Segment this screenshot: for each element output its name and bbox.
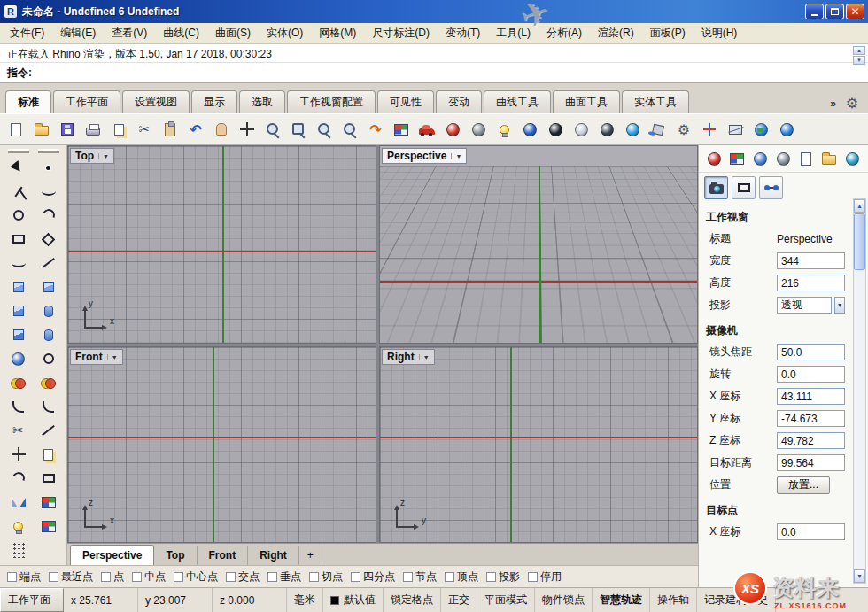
copy-object-icon[interactable]	[38, 444, 59, 465]
help-tab-icon[interactable]	[842, 149, 862, 168]
minimize-button[interactable]	[805, 4, 824, 19]
toolbar-tab-8[interactable]: 曲线工具	[484, 90, 551, 113]
viewport-right[interactable]: Right ▼ z y	[379, 346, 698, 543]
checkbox-icon[interactable]	[445, 572, 454, 582]
toolbar-tab-1[interactable]: 工作平面	[53, 90, 120, 113]
checkbox-icon[interactable]	[486, 572, 496, 582]
arc-icon[interactable]	[38, 205, 59, 226]
toolbar-tab-3[interactable]: 显示	[191, 90, 237, 113]
command-scroll-up-icon[interactable]: ▲	[853, 46, 865, 55]
toolbar-tab-5[interactable]: 工作视窗配置	[287, 90, 376, 113]
toolbar-tab-6[interactable]: 可见性	[377, 90, 434, 113]
menu-item-3[interactable]: 曲线(C)	[155, 23, 207, 43]
lamp-icon[interactable]	[493, 119, 515, 140]
checkbox-icon[interactable]	[267, 572, 277, 582]
checkbox-icon[interactable]	[101, 572, 111, 582]
help-sphere-icon[interactable]	[776, 119, 797, 140]
pan-view-icon[interactable]	[211, 119, 232, 140]
property-field[interactable]: 透视	[777, 297, 832, 314]
menu-item-0[interactable]: 文件(F)	[2, 23, 52, 43]
point-icon[interactable]	[38, 157, 59, 178]
ghosted-mode-icon[interactable]	[570, 119, 592, 140]
viewport-title-top[interactable]: Top ▼	[70, 148, 114, 164]
print-icon[interactable]	[82, 119, 104, 140]
viewport-properties-icon[interactable]	[732, 176, 756, 199]
tube-solid-icon[interactable]	[38, 348, 59, 369]
palette-dots-icon[interactable]	[8, 539, 29, 561]
viewport-tab-right[interactable]: Right	[248, 546, 299, 565]
place-button[interactable]: 放置...	[777, 476, 830, 494]
menu-item-13[interactable]: 说明(H)	[694, 23, 746, 43]
menu-item-7[interactable]: 尺寸标注(D)	[364, 23, 438, 43]
osnap-item-6[interactable]: 垂点	[267, 569, 301, 585]
chevron-down-icon[interactable]: ▼	[419, 354, 430, 360]
toolbar-tab-9[interactable]: 曲面工具	[553, 90, 620, 113]
camera-properties-icon[interactable]	[704, 176, 728, 199]
select-pointer-icon[interactable]	[8, 157, 29, 178]
save-icon[interactable]	[57, 119, 78, 140]
viewport-tab-perspective[interactable]: Perspective	[70, 545, 154, 565]
osnap-item-12[interactable]: 停用	[528, 569, 562, 585]
move-view-icon[interactable]	[236, 119, 258, 140]
checkbox-icon[interactable]	[132, 572, 142, 582]
property-field[interactable]: 0.0	[777, 523, 845, 540]
revolve-surface-icon[interactable]	[38, 300, 59, 321]
property-field[interactable]: 49.782	[777, 432, 845, 449]
properties-tab-icon[interactable]	[704, 149, 724, 168]
command-scroll-down-icon[interactable]: ▼	[853, 56, 865, 65]
array-icon[interactable]	[38, 492, 59, 513]
render-preview-icon[interactable]	[468, 119, 489, 140]
earth-icon[interactable]	[750, 119, 771, 140]
car-icon[interactable]	[416, 119, 438, 140]
status-toggle-6[interactable]: 记录建构历史	[697, 588, 776, 612]
polyline-icon[interactable]	[8, 181, 29, 202]
viewport-top[interactable]: Top ▼ y x	[67, 145, 376, 344]
osnap-item-11[interactable]: 投影	[486, 569, 520, 585]
property-field[interactable]: 43.111	[777, 388, 845, 405]
zoom-window-icon[interactable]	[288, 119, 309, 140]
xray-mode-icon[interactable]	[596, 119, 617, 140]
extrude-surface-icon[interactable]	[8, 300, 29, 321]
checkbox-icon[interactable]	[309, 572, 319, 582]
menu-item-5[interactable]: 实体(O)	[259, 23, 311, 43]
cut-icon[interactable]	[134, 119, 155, 140]
osnap-item-7[interactable]: 切点	[309, 569, 343, 585]
property-field[interactable]: 344	[777, 252, 845, 269]
menu-item-8[interactable]: 变动(T)	[438, 23, 488, 43]
checkbox-icon[interactable]	[351, 572, 360, 582]
property-field[interactable]: 0.0	[777, 366, 845, 383]
viewport-tab-front[interactable]: Front	[198, 546, 249, 565]
layers-tab-icon[interactable]	[727, 149, 747, 168]
notes-tab-icon[interactable]	[796, 149, 816, 168]
chevron-down-icon[interactable]: ▼	[451, 153, 461, 159]
layer-indicator[interactable]: 默认值	[323, 588, 384, 612]
paste-icon[interactable]	[159, 119, 181, 140]
circle-icon[interactable]	[8, 205, 29, 226]
chamfer-icon[interactable]	[38, 396, 59, 417]
curve-icon[interactable]	[38, 181, 59, 202]
scale-icon[interactable]	[38, 468, 59, 489]
menu-item-2[interactable]: 查看(V)	[104, 23, 155, 43]
sphere-solid-icon[interactable]	[8, 348, 29, 369]
menu-item-12[interactable]: 面板(P)	[642, 23, 694, 43]
zoom-selected-icon[interactable]	[314, 119, 335, 140]
status-toggle-4[interactable]: 智慧轨迹	[593, 588, 650, 612]
viewport-title-perspective[interactable]: Perspective ▼	[382, 148, 467, 164]
mirror-icon[interactable]	[8, 492, 29, 513]
fillet-icon[interactable]	[8, 396, 29, 417]
osnap-item-3[interactable]: 中点	[132, 569, 166, 585]
boolean-union-icon[interactable]	[8, 372, 29, 393]
property-field[interactable]: 99.564	[777, 454, 845, 471]
menu-item-1[interactable]: 编辑(E)	[52, 23, 104, 43]
split-icon[interactable]	[38, 420, 59, 441]
checkbox-icon[interactable]	[174, 572, 183, 582]
osnap-item-9[interactable]: 节点	[403, 569, 437, 585]
render-icon[interactable]	[442, 119, 463, 140]
status-toggle-5[interactable]: 操作轴	[650, 588, 697, 612]
close-button[interactable]: ✕	[846, 4, 864, 19]
menu-item-11[interactable]: 渲染(R)	[590, 23, 642, 43]
open-file-icon[interactable]	[31, 119, 52, 140]
chevron-down-icon[interactable]: ▼	[107, 354, 118, 360]
rendered-mode-icon[interactable]	[545, 119, 566, 140]
shaded-mode-icon[interactable]	[519, 119, 540, 140]
